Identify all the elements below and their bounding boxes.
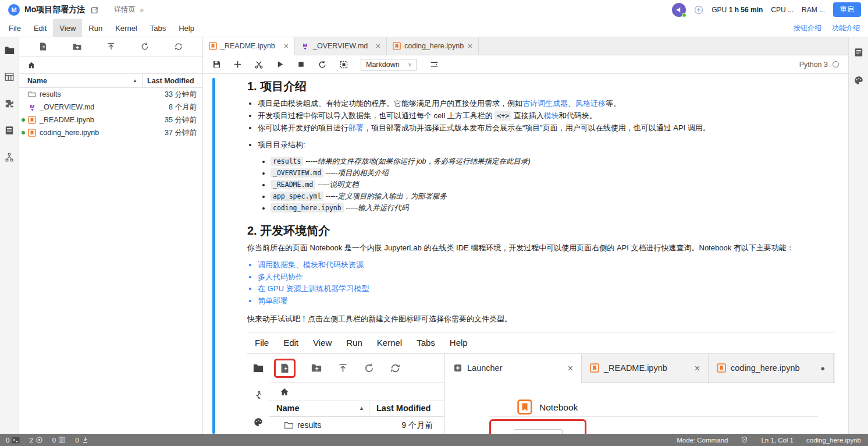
mode-indicator[interactable]: Mode: Command (677, 437, 728, 444)
files-tab-icon[interactable] (2, 43, 16, 57)
refresh-icon[interactable] (140, 42, 150, 51)
column-name[interactable]: Name ▲ (19, 74, 143, 87)
kernel-running-dot (22, 131, 25, 134)
cut-cell-icon[interactable] (254, 60, 264, 69)
kernels-count[interactable]: 2 (29, 436, 42, 444)
tab-coding-here[interactable]: coding_here.ipynb × (387, 37, 479, 55)
home-icon[interactable] (27, 61, 35, 69)
feature-link[interactable]: 简单部署 (258, 296, 835, 306)
cursor-position[interactable]: Ln 1, Col 1 (761, 437, 794, 444)
markdown-cell[interactable]: 1. 项目介绍 项目是由模块组成、有特定功能的程序。它能够满足用户的直接使用需求… (247, 74, 835, 434)
running-man-icon (253, 390, 264, 401)
avatar[interactable] (672, 3, 686, 17)
notebook-file-icon (717, 363, 726, 373)
mo-logo: M (8, 4, 20, 16)
bullet: 项目目录结构: results -----结果的文件存放地(如果你运行 job，… (258, 140, 835, 213)
menu-kernel[interactable]: Kernel (109, 19, 144, 37)
menu-edit[interactable]: Edit (27, 19, 53, 37)
markdown-file-icon: M (27, 103, 37, 112)
trust-shield-icon[interactable] (741, 436, 748, 444)
detail-page-link[interactable]: 详情页 (114, 5, 135, 15)
active-filename[interactable]: coding_here.ipynb (806, 437, 861, 444)
notebook-file-icon (27, 129, 37, 137)
screenshot-left-rail (247, 354, 269, 434)
running-sessions-icon[interactable] (2, 123, 16, 137)
feature-link[interactable]: 多人代码协作 (258, 272, 835, 282)
file-row-readme[interactable]: _README.ipynb 35 分钟前 (19, 114, 202, 126)
upload-icon (337, 363, 348, 374)
format-lines-icon[interactable] (429, 59, 439, 69)
bullet: 项目是由模块组成、有特定功能的程序。它能够满足用户的直接使用需求，例如古诗词生成… (258, 98, 835, 108)
notebook-toolbar: Markdown ∨ Python 3 (203, 55, 848, 74)
folder-icon (27, 90, 37, 98)
inline-link[interactable]: 部署 (348, 123, 364, 132)
inline-link[interactable]: 模块 (544, 111, 559, 120)
api-docs-tab-icon[interactable] (852, 45, 866, 59)
save-icon[interactable] (212, 60, 221, 69)
close-icon[interactable]: × (284, 41, 289, 51)
sessions-count[interactable]: 0 (52, 436, 66, 444)
restart-kernel-icon[interactable] (318, 60, 327, 69)
inline-code: coding_here.ipynb (271, 203, 344, 213)
inline-link[interactable]: 古诗词生成器 (522, 99, 568, 108)
file-row-coding-here[interactable]: coding_here.ipynb 37 分钟前 (19, 126, 202, 139)
restart-run-all-icon[interactable] (339, 60, 348, 69)
plus-circle-icon[interactable] (694, 5, 703, 15)
chevron-down-icon: ∨ (408, 61, 412, 68)
column-last-modified[interactable]: Last Modified (143, 77, 194, 85)
run-cell-icon[interactable] (276, 60, 284, 69)
downloads-count[interactable]: 0 (75, 436, 88, 444)
menu-view[interactable]: View (53, 19, 82, 37)
close-icon: × (568, 363, 573, 373)
inline-link[interactable]: 风格迁移 (575, 99, 606, 108)
file-browser-panel: Name ▲ Last Modified results 33 分钟前 M _O… (19, 37, 203, 434)
upload-icon[interactable] (106, 42, 116, 51)
embedded-screenshot: File Edit View Run Kernel Tabs Help (247, 332, 835, 434)
chevrons-icon[interactable]: » (140, 6, 144, 14)
sync-icon (390, 363, 401, 374)
project-title: Mo项目部署方法 (24, 5, 85, 15)
kernel-indicator[interactable]: Python 3 (799, 61, 839, 69)
cell-type-dropdown[interactable]: Markdown ∨ (361, 59, 417, 70)
button-intro-link[interactable]: 按钮介绍 (794, 23, 821, 33)
interrupt-kernel-icon[interactable] (297, 60, 305, 69)
file-row-results[interactable]: results 33 分钟前 (19, 88, 202, 101)
close-icon[interactable]: × (468, 41, 472, 51)
home-icon (280, 387, 289, 397)
inline-text: -----定义项目的输入输出，为部署服务 (323, 192, 447, 200)
launcher-grid-icon[interactable] (2, 70, 16, 84)
active-cell-bar[interactable] (212, 78, 215, 434)
close-icon[interactable]: × (376, 41, 380, 51)
new-file-icon[interactable] (38, 42, 48, 51)
sync-icon[interactable] (174, 42, 183, 51)
paragraph: 快来动手试试吧！点击左侧工具栏的新建文件图标即可选择你需要的文件类型。 (247, 314, 835, 324)
files-tab-icon (252, 362, 264, 374)
menu-help[interactable]: Help (172, 19, 201, 37)
tab-readme[interactable]: _README.ipynb × (203, 37, 295, 55)
feature-link[interactable]: 调用数据集、模块和代码块资源 (258, 260, 835, 270)
extensions-puzzle-icon[interactable] (2, 97, 16, 111)
status-bar: 0 2 0 0 Mode: Command Ln (0, 434, 868, 446)
menu-run[interactable]: Run (82, 19, 109, 37)
restart-button[interactable]: 重启 (833, 2, 861, 17)
file-row-overview[interactable]: M _OVERVIEW.md 8 个月前 (19, 101, 202, 114)
paragraph: 你当前所在的页面 Notebook 是一个内嵌 JupyterLab 的在线类 … (247, 243, 835, 253)
tab-overview[interactable]: M _OVERVIEW.md × (295, 37, 387, 55)
menubar: File Edit View Run Kernel Tabs Help 按钮介绍… (0, 19, 868, 37)
menu-file[interactable]: File (2, 19, 27, 37)
edit-title-icon[interactable] (91, 6, 99, 14)
launcher-icon (453, 363, 463, 373)
pipeline-tree-icon[interactable] (2, 150, 16, 164)
inline-text: -----结果的文件存放地(如果你运行 job，务必将运行结果指定在此目录) (303, 157, 530, 165)
palette-tab-icon[interactable] (852, 73, 866, 87)
terminals-count[interactable]: 0 (6, 437, 20, 444)
file-list: results 33 分钟前 M _OVERVIEW.md 8 个月前 _REA… (19, 88, 202, 139)
add-cell-icon[interactable] (233, 60, 242, 69)
svg-text:M: M (303, 42, 308, 48)
refresh-icon (364, 363, 375, 374)
inline-text: 等。 (606, 99, 621, 108)
new-folder-icon[interactable] (72, 42, 82, 52)
menu-tabs[interactable]: Tabs (144, 19, 172, 37)
feature-link[interactable]: 在 GPU 资源上训练机器学习模型 (258, 284, 835, 293)
feature-intro-link[interactable]: 功能介绍 (832, 23, 860, 33)
